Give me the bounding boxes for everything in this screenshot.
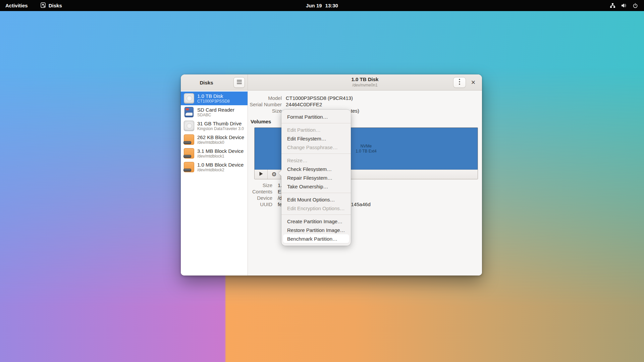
serial-label: Serial Number [248, 101, 282, 108]
menu-item-edit-mount-options[interactable]: Edit Mount Options… [283, 195, 349, 204]
sidebar-item-mtdblock2[interactable]: 1.0 MB Block Device /dev/mtdblock2 [181, 160, 248, 174]
sidebar-item-mtdblock0[interactable]: 262 KB Block Device /dev/mtdblock0 [181, 133, 248, 146]
contents-row: Contents Ex [248, 188, 285, 195]
menu-item-format-partition[interactable]: Format Partition… [283, 112, 349, 121]
kebab-menu-icon [459, 79, 460, 86]
menu-item-take-ownership[interactable]: Take Ownership… [283, 182, 349, 191]
sd-card-icon [184, 107, 194, 117]
sidebar-item-mtdblock1[interactable]: 3.1 MB Block Device /dev/mtdblock1 [181, 146, 248, 160]
serial-value: 24464C0DFFE2 [282, 101, 359, 108]
clock[interactable]: Jun 19 13:30 [306, 3, 338, 8]
system-status-area[interactable] [610, 0, 644, 11]
uuid-label: UUID [248, 201, 272, 207]
close-button[interactable]: × [468, 77, 479, 88]
contents-label: Contents [248, 188, 272, 195]
disks-window: Disks 1.0 TB Disk /dev/nvme0n1 [181, 74, 482, 276]
disk-drive-icon [184, 93, 194, 104]
block-device-icon [184, 148, 194, 159]
uuid-row: UUID fe3145a46d [248, 201, 285, 207]
headerbar[interactable]: Disks 1.0 TB Disk /dev/nvme0n1 [181, 74, 482, 90]
headerbar-main-section: 1.0 TB Disk /dev/nvme0n1 × [248, 74, 482, 90]
block-device-icon [184, 162, 194, 172]
menu-item-check-filesystem[interactable]: Check Filesystem… [283, 165, 349, 173]
volume-size-row: Size 1.0 [248, 182, 285, 188]
power-icon [633, 3, 638, 8]
mount-volume-button[interactable] [255, 170, 268, 179]
menu-item-edit-filesystem[interactable]: Edit Filesystem… [283, 134, 349, 143]
network-icon [610, 3, 615, 8]
model-label: Model [248, 95, 282, 101]
sidebar-item-thumb-drive[interactable]: 31 GB Thumb Drive Kingston DataTraveler … [181, 119, 248, 133]
menu-separator [281, 154, 351, 154]
play-icon [259, 171, 263, 177]
sidebar-title: Disks [181, 74, 232, 90]
volume-icon [621, 3, 627, 8]
activities-button[interactable]: Activities [5, 3, 28, 8]
volume-info-grid: Size 1.0 Contents Ex Device /d UUID fe31… [248, 182, 285, 207]
menu-separator [281, 123, 351, 123]
menu-item-benchmark-partition[interactable]: Benchmark Partition… [283, 234, 349, 243]
volume-options-button[interactable]: ⚙ [268, 170, 281, 179]
menu-item-resize: Resize… [283, 156, 349, 165]
block-device-icon [184, 134, 194, 145]
device-row: Device /d [248, 195, 285, 201]
menu-separator [281, 193, 351, 193]
menu-item-create-partition-image[interactable]: Create Partition Image… [283, 217, 349, 226]
window-title: 1.0 TB Disk [248, 76, 482, 83]
menu-item-edit-encryption-options: Edit Encryption Options… [283, 204, 349, 213]
desktop: Activities Disks Jun 19 13:30 [0, 0, 644, 362]
menu-separator [281, 215, 351, 215]
headerbar-sidebar-section: Disks [181, 74, 248, 90]
hamburger-menu-icon [237, 79, 242, 85]
partition-context-menu: Format Partition… Edit Partition… Edit F… [281, 110, 351, 246]
sidebar-item-sd-card-reader[interactable]: SD Card Reader SDABC [181, 105, 248, 119]
menu-item-restore-partition-image[interactable]: Restore Partition Image… [283, 226, 349, 234]
volume-size-label: Size [248, 182, 272, 188]
device-label: Device [248, 195, 272, 201]
sidebar-item-nvme-disk[interactable]: 1.0 TB Disk CT1000P3PSSD8 [181, 92, 248, 105]
model-value: CT1000P3PSSD8 (P9CR413) [282, 95, 359, 101]
gear-icon: ⚙ [271, 172, 276, 177]
disk-drive-icon [184, 121, 194, 131]
volumes-heading: Volumes [251, 119, 271, 124]
menu-item-repair-filesystem[interactable]: Repair Filesystem… [283, 173, 349, 182]
window-subtitle: /dev/nvme0n1 [248, 83, 482, 88]
close-icon: × [471, 78, 476, 87]
drive-menu-button[interactable] [453, 77, 466, 88]
menu-item-change-passphrase: Change Passphrase… [283, 143, 349, 152]
device-sidebar: 1.0 TB Disk CT1000P3PSSD8 SD Card Reader… [181, 91, 248, 276]
menu-item-edit-partition: Edit Partition… [283, 125, 349, 134]
size-label: Size [248, 108, 282, 114]
disks-app-icon [41, 2, 46, 9]
app-indicator-disks[interactable]: Disks [41, 2, 62, 9]
model-row: Model CT1000P3PSSD8 (P9CR413) [248, 95, 359, 101]
volume-label: NVMe 1.0 TB Ext4 [356, 144, 376, 154]
serial-row: Serial Number 24464C0DFFE2 [248, 101, 359, 108]
top-bar: Activities Disks Jun 19 13:30 [0, 0, 644, 11]
hamburger-menu-button[interactable] [233, 77, 245, 88]
